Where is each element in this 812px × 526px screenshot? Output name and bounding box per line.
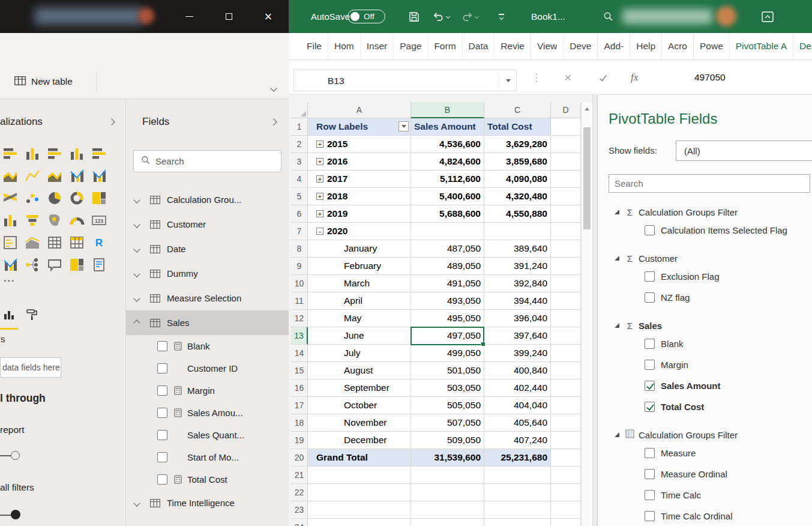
- cell-C22[interactable]: [484, 484, 551, 501]
- checkbox[interactable]: [645, 511, 655, 521]
- menu-tab-acro[interactable]: Acro: [662, 33, 694, 59]
- maximize-button[interactable]: [216, 0, 241, 33]
- cell-A8[interactable]: January: [308, 240, 411, 258]
- cell-C4[interactable]: 4,090,080: [484, 171, 551, 188]
- menu-tab-hom[interactable]: Hom: [328, 33, 361, 59]
- cell-B22[interactable]: [411, 484, 484, 501]
- pbi-field-blank[interactable]: Blank: [126, 335, 289, 357]
- checkbox[interactable]: [157, 341, 167, 351]
- menu-tab-design[interactable]: Design: [793, 33, 812, 59]
- redo-icon[interactable]: [462, 0, 473, 33]
- cell-C19[interactable]: 407,240: [484, 432, 551, 449]
- cell-D22[interactable]: [551, 484, 581, 501]
- area-chart-icon[interactable]: [2, 168, 18, 184]
- checkbox[interactable]: [157, 385, 167, 396]
- cell-D4[interactable]: [551, 171, 581, 188]
- cell-A12[interactable]: May: [308, 310, 411, 327]
- column-header-C[interactable]: C: [484, 102, 551, 118]
- pbi-field-customer-id[interactable]: Customer ID: [126, 357, 289, 379]
- collapse-ribbon-icon[interactable]: [270, 85, 277, 91]
- cell-D15[interactable]: [551, 362, 581, 379]
- row-header-23[interactable]: 23: [291, 501, 308, 519]
- cancel-icon[interactable]: ×: [564, 60, 571, 95]
- ribbon-chart-icon[interactable]: [2, 190, 18, 206]
- checkbox[interactable]: [645, 381, 655, 391]
- cell-D12[interactable]: [551, 310, 581, 327]
- cell-B2[interactable]: 4,536,600: [411, 136, 484, 153]
- menu-tab-inser[interactable]: Inser: [361, 33, 394, 59]
- row-header-21[interactable]: 21: [291, 467, 308, 484]
- pivot-field-item-time-calc-ordinal[interactable]: Time Calc Ordinal: [598, 506, 812, 526]
- name-box[interactable]: B13: [293, 70, 517, 91]
- cell-B15[interactable]: 501,050: [411, 362, 484, 379]
- cell-A18[interactable]: November: [308, 414, 411, 432]
- waterfall-chart-icon[interactable]: [2, 213, 18, 228]
- row-header-24[interactable]: 24: [291, 519, 308, 526]
- chevron-right-icon[interactable]: [108, 118, 115, 125]
- search-icon[interactable]: [603, 0, 613, 33]
- matrix-icon[interactable]: [69, 235, 85, 250]
- pivot-field-item-measure[interactable]: Measure: [598, 443, 812, 464]
- checkbox[interactable]: [157, 408, 167, 418]
- pivot-field-group-header[interactable]: ΣCustomer: [598, 250, 812, 266]
- pivot-field-item-nz-flag[interactable]: NZ flag: [598, 287, 812, 308]
- checkbox[interactable]: [157, 452, 167, 462]
- cell-A7[interactable]: -2020: [308, 223, 411, 240]
- cell-B9[interactable]: 489,050: [411, 258, 484, 275]
- row-header-12[interactable]: 12: [291, 310, 308, 327]
- cell-C20[interactable]: 25,231,680: [484, 449, 551, 467]
- line-and-stacked-column-chart-icon[interactable]: [69, 168, 85, 184]
- donut-chart-icon[interactable]: [69, 190, 85, 206]
- cell-D5[interactable]: [551, 188, 581, 205]
- collapse-button[interactable]: -: [316, 228, 323, 235]
- menu-tab-add[interactable]: Add-: [598, 33, 630, 59]
- row-header-15[interactable]: 15: [291, 362, 308, 379]
- pivot-field-item-calculation-items-selected-flag[interactable]: Calculation Items Selected Flag: [598, 220, 812, 241]
- scatter-chart-icon[interactable]: [25, 190, 40, 206]
- cell-C9[interactable]: 391,240: [484, 258, 551, 275]
- cell-D21[interactable]: [551, 467, 581, 484]
- cell-A6[interactable]: +2019: [308, 205, 411, 223]
- insert-function-icon[interactable]: fx: [631, 60, 638, 95]
- cell-A17[interactable]: October: [308, 397, 411, 414]
- pivot-fields-search-input[interactable]: [615, 178, 804, 189]
- cell-D8[interactable]: [551, 240, 581, 258]
- line-and-clustered-column-chart-icon[interactable]: [91, 168, 107, 184]
- cell-D23[interactable]: [551, 501, 581, 519]
- stacked-bar-chart-icon[interactable]: [2, 146, 18, 162]
- checkbox[interactable]: [645, 490, 655, 500]
- cell-C11[interactable]: 394,440: [484, 292, 551, 310]
- pivot-field-item-blank[interactable]: Blank: [598, 333, 812, 354]
- python-visual-icon[interactable]: [2, 257, 18, 273]
- menu-tab-revie[interactable]: Revie: [495, 33, 531, 59]
- cell-A23[interactable]: [308, 501, 411, 519]
- cell-B13[interactable]: 497,050: [411, 327, 484, 345]
- cell-A21[interactable]: [308, 467, 411, 484]
- cell-A1[interactable]: Row Labels: [308, 118, 411, 136]
- cell-C6[interactable]: 4,550,880: [484, 205, 551, 223]
- clustered-column-chart-icon[interactable]: [69, 146, 85, 162]
- keep-all-filters-toggle[interactable]: [0, 510, 23, 521]
- menu-tab-powe[interactable]: Powe: [694, 33, 730, 59]
- pbi-field-sales-quant[interactable]: Sales Quant...: [126, 424, 289, 446]
- paginated-report-icon[interactable]: [91, 257, 107, 273]
- row-header-22[interactable]: 22: [291, 484, 308, 501]
- filter-dropdown-button[interactable]: [398, 121, 409, 132]
- cell-D1[interactable]: [551, 118, 581, 136]
- cell-D19[interactable]: [551, 432, 581, 449]
- table-icon[interactable]: [47, 235, 62, 250]
- treemap-icon[interactable]: [91, 190, 107, 206]
- row-header-8[interactable]: 8: [291, 240, 308, 258]
- cell-B8[interactable]: 487,050: [411, 240, 484, 258]
- column-header-A[interactable]: A: [308, 102, 411, 118]
- expand-button[interactable]: +: [316, 193, 323, 200]
- pivot-field-item-measure-ordinal[interactable]: Measure Ordinal: [598, 464, 812, 485]
- cell-B7[interactable]: [411, 223, 484, 240]
- expand-button[interactable]: +: [316, 210, 323, 217]
- menu-tab-view[interactable]: View: [531, 33, 564, 59]
- expand-button[interactable]: +: [316, 175, 323, 183]
- cell-A4[interactable]: +2017: [308, 171, 411, 188]
- pbi-table-time-intelligence[interactable]: Time Intelligence: [126, 491, 289, 515]
- fields-search-input[interactable]: [155, 156, 275, 166]
- save-icon[interactable]: [409, 0, 420, 33]
